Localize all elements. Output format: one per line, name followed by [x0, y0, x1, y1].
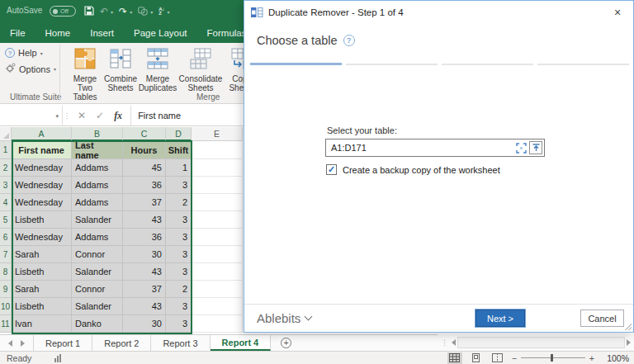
backup-checkbox-row[interactable]: ✓ Create a backup copy of the worksheet [326, 164, 500, 175]
cell[interactable]: 43 [123, 298, 166, 315]
cell-a1-active[interactable]: First name [12, 141, 72, 159]
scroll-left-icon[interactable] [452, 339, 456, 346]
cell[interactable] [192, 211, 243, 229]
cell[interactable]: 36 [123, 177, 166, 194]
row-header[interactable]: 7 [0, 246, 12, 263]
zoom-slider[interactable] [521, 357, 585, 358]
cell[interactable]: 37 [123, 281, 166, 298]
row-header[interactable]: 6 [0, 229, 12, 246]
cell[interactable]: 3 [166, 246, 192, 263]
row-header[interactable]: 11 [0, 315, 12, 333]
cell[interactable] [192, 229, 243, 246]
cell[interactable]: 43 [123, 263, 166, 281]
name-box-input[interactable] [0, 106, 62, 125]
cell[interactable]: Sarah [12, 246, 72, 263]
tab-insert[interactable]: Insert [80, 23, 124, 43]
name-box-dropdown-icon[interactable]: ▾ [55, 113, 59, 120]
cell[interactable] [192, 315, 243, 333]
column-header-c[interactable]: C [123, 127, 166, 141]
row-header[interactable]: 2 [0, 159, 12, 177]
sheet-tab-report-1[interactable]: Report 1 [33, 335, 92, 351]
cell[interactable] [192, 281, 243, 298]
cell[interactable]: Hours [123, 141, 166, 159]
cell[interactable]: Sarah [12, 281, 72, 298]
sheet-tab-report-3[interactable]: Report 3 [151, 335, 210, 351]
cell[interactable]: 1 [166, 159, 192, 177]
row-header[interactable]: 4 [0, 194, 12, 211]
cell[interactable]: 3 [166, 315, 192, 333]
cell[interactable]: Addams [72, 229, 123, 246]
options-button[interactable]: Options ▾ [5, 63, 56, 75]
row-header[interactable]: 3 [0, 177, 12, 194]
cell[interactable]: 45 [123, 159, 166, 177]
cell[interactable] [192, 263, 243, 281]
consolidate-sheets-button[interactable]: Consolidate Sheets [177, 46, 224, 92]
cell[interactable] [192, 246, 243, 263]
sheet-tab-report-4[interactable]: Report 4 [211, 335, 272, 351]
cell[interactable] [192, 298, 243, 315]
row-header[interactable]: 10 [0, 298, 12, 315]
cell[interactable] [192, 141, 243, 159]
ablebits-menu[interactable]: Ablebits [257, 311, 311, 325]
scroll-right-icon[interactable] [627, 339, 631, 346]
cell[interactable]: 3 [166, 298, 192, 315]
select-all-button[interactable] [0, 127, 12, 141]
zoom-slider-thumb[interactable] [551, 354, 553, 362]
select-range-icon[interactable] [516, 143, 527, 154]
normal-view-icon[interactable] [447, 352, 462, 364]
customize-qat-icon[interactable]: ▾ [168, 9, 170, 15]
shapes-dropdown-icon[interactable]: ▾ [150, 9, 153, 15]
save-icon[interactable] [84, 6, 94, 17]
cell[interactable]: 30 [123, 246, 166, 263]
cell[interactable]: Addams [72, 194, 123, 211]
sheet-tab-report-2[interactable]: Report 2 [92, 335, 151, 351]
undo-icon[interactable]: ↶ [100, 7, 108, 17]
cell[interactable]: Salander [72, 263, 123, 281]
backup-checkbox[interactable]: ✓ [326, 164, 337, 175]
resize-grip[interactable] [625, 324, 632, 330]
cell[interactable]: Connor [72, 281, 123, 298]
close-icon[interactable]: × [608, 3, 627, 21]
help-button[interactable]: ? Help ▾ [5, 48, 56, 58]
scrollbar-grip-icon[interactable]: ⋮ [441, 338, 448, 347]
cell[interactable]: 2 [166, 281, 192, 298]
scrollbar-track[interactable] [457, 337, 625, 348]
cell[interactable]: 43 [123, 211, 166, 229]
cell[interactable]: Addams [72, 159, 123, 177]
next-button[interactable]: Next > [476, 310, 525, 327]
cancel-entry-icon[interactable]: ✕ [78, 110, 86, 121]
column-header-a[interactable]: A [12, 127, 72, 141]
tab-page-layout[interactable]: Page Layout [124, 23, 197, 43]
redo-dropdown-icon[interactable]: ▾ [130, 9, 132, 15]
confirm-entry-icon[interactable]: ✓ [96, 110, 104, 121]
range-input[interactable] [326, 143, 516, 153]
tab-file[interactable]: File [0, 23, 35, 43]
insert-function-icon[interactable]: fx [114, 110, 122, 122]
zoom-level[interactable]: 100% [601, 353, 629, 363]
help-badge-icon[interactable]: ? [343, 35, 355, 46]
cell[interactable]: Lisbeth [12, 298, 72, 315]
add-sheet-icon[interactable]: + [281, 338, 291, 348]
cell[interactable]: Lisbeth [12, 263, 72, 281]
redo-icon[interactable]: ↷ [119, 7, 127, 17]
name-box[interactable]: ▾ [0, 106, 63, 125]
next-sheet-icon[interactable] [21, 340, 25, 347]
cell[interactable]: 36 [123, 229, 166, 246]
cell[interactable]: 2 [166, 194, 192, 211]
cell[interactable]: 30 [123, 315, 166, 333]
horizontal-scrollbar[interactable]: ⋮ [438, 334, 634, 351]
undo-dropdown-icon[interactable]: ▾ [111, 9, 113, 15]
dialog-titlebar[interactable]: Duplicate Remover - Step 1 of 4 [244, 1, 633, 24]
cell[interactable]: 3 [166, 211, 192, 229]
shapes-icon[interactable] [138, 7, 148, 17]
page-break-view-icon[interactable] [490, 352, 505, 364]
prev-sheet-icon[interactable] [8, 340, 12, 347]
cell[interactable]: Shift [166, 141, 192, 159]
cell[interactable]: Ivan [12, 315, 72, 333]
zoom-out-icon[interactable]: − [512, 353, 517, 363]
autosave-toggle[interactable]: Off [50, 6, 76, 17]
cell[interactable]: Wednesday [12, 177, 72, 194]
cell[interactable]: Wednesday [12, 194, 72, 211]
row-header[interactable]: 5 [0, 211, 12, 229]
cell[interactable] [192, 159, 243, 177]
